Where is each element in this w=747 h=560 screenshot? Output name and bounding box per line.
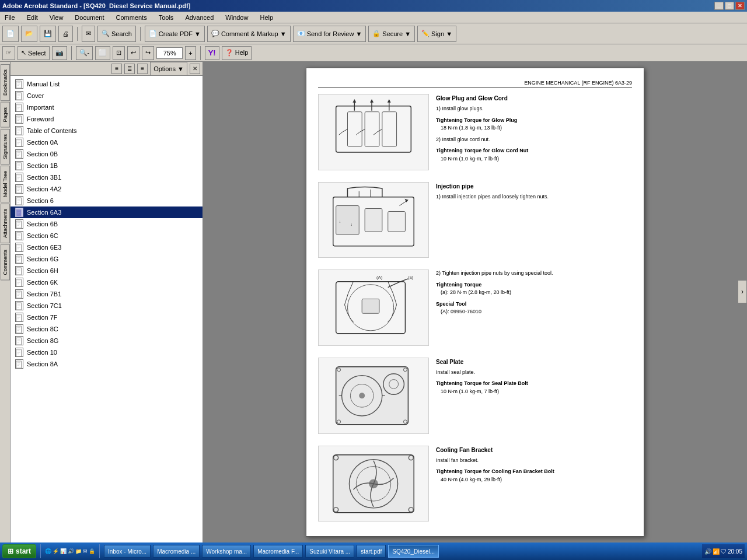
tab-comments[interactable]: Comments — [1, 244, 10, 281]
page-header-text: ENGINE MECHANICAL (RF ENGINE) 6A3-29 — [524, 80, 632, 86]
tab-bookmarks[interactable]: Bookmarks — [1, 64, 10, 101]
zoom-rotate2-button[interactable]: ↪ — [142, 46, 154, 60]
ql-icon7[interactable]: 🔒 — [89, 548, 95, 554]
search-button[interactable]: 🔍 Search — [97, 26, 136, 42]
sidebar-item-foreword[interactable]: Foreword — [11, 113, 203, 125]
snapshot-button[interactable]: 📷 — [52, 46, 67, 60]
open-button[interactable]: 📂 — [21, 26, 37, 42]
zoom-actual-button[interactable]: ⊡ — [113, 46, 125, 60]
minimize-button[interactable]: _ — [714, 2, 724, 10]
task-inbox[interactable]: Inbox - Micro... — [104, 545, 151, 558]
sidebar-item-section0b[interactable]: Section 0B — [11, 148, 203, 160]
sidebar-item-section6h[interactable]: Section 6H — [11, 265, 203, 276]
doc-icon — [15, 254, 23, 264]
sidebar-item-section8a[interactable]: Section 8A — [11, 358, 203, 370]
sidebar-item-section10[interactable]: Section 10 — [11, 346, 203, 358]
yahoo-button[interactable]: Y! — [205, 46, 219, 60]
task-sq420[interactable]: SQ420_Diesel... — [388, 545, 439, 558]
sign-button[interactable]: ✏️ Sign ▼ — [417, 26, 456, 42]
sidebar-item-important[interactable]: Important — [11, 102, 203, 113]
menu-comments[interactable]: Comments — [114, 13, 149, 22]
sidebar-item-manuallist[interactable]: Manual List — [11, 78, 203, 90]
sidebar-item-section6k[interactable]: Section 6K — [11, 276, 203, 288]
zoom-rotate-button[interactable]: ↩ — [127, 46, 139, 60]
svg-text:↓: ↓ — [350, 222, 352, 226]
sidebar-item-section4a2[interactable]: Section 4A2 — [11, 183, 203, 195]
task-macromedia1[interactable]: Macromedia ... — [153, 545, 200, 558]
tab-signatures[interactable]: Signatures — [1, 129, 10, 164]
sidebar-label: Section 7F — [27, 314, 58, 321]
sidebar-item-section7b1[interactable]: Section 7B1 — [11, 288, 203, 300]
menu-view[interactable]: View — [47, 13, 66, 22]
tab-model-tree[interactable]: Model Tree — [1, 166, 10, 202]
sidebar-item-section6a3[interactable]: Section 6A3 — [11, 206, 203, 218]
send-review-button[interactable]: 📧 Send for Review ▼ — [293, 26, 366, 42]
sidebar-item-section7c1[interactable]: Section 7C1 — [11, 300, 203, 312]
save-button[interactable]: 💾 — [40, 26, 56, 42]
task-workshop[interactable]: Workshop ma... — [202, 545, 251, 558]
sidebar-item-section6c[interactable]: Section 6C — [11, 230, 203, 242]
create-pdf-button[interactable]: 📄 Create PDF ▼ — [145, 26, 205, 42]
task-startpdf[interactable]: start.pdf — [357, 545, 386, 558]
zoom-in-button[interactable]: + — [185, 46, 196, 60]
hand-tool-button[interactable]: ☞ — [2, 46, 15, 60]
ql-icon5[interactable]: 📁 — [75, 548, 82, 554]
ql-icon6[interactable]: ✉ — [83, 548, 88, 554]
injection-text: Injection pipe 1) Install injection pipe… — [436, 182, 632, 258]
tab-attachments[interactable]: Attachments — [1, 204, 10, 243]
menu-edit[interactable]: Edit — [25, 13, 40, 22]
seal-text: Seal Plate Install seal plate. Tightenin… — [436, 358, 632, 434]
sidebar-item-section6g[interactable]: Section 6G — [11, 253, 203, 265]
sidebar-close-button[interactable]: ✕ — [190, 64, 200, 74]
select-tool-button[interactable]: ↖ Select — [18, 46, 50, 60]
new-button[interactable]: 📄 — [2, 26, 19, 42]
zoom-out-button[interactable]: 🔍- — [76, 46, 93, 60]
menu-file[interactable]: File — [2, 13, 18, 22]
menu-window[interactable]: Window — [223, 13, 250, 22]
sidebar-view1-button[interactable]: ≡ — [111, 64, 122, 74]
sidebar-item-section8g[interactable]: Section 8G — [11, 335, 203, 346]
sidebar-view3-button[interactable]: ≡ — [137, 64, 148, 74]
scroll-right-arrow[interactable]: › — [738, 280, 747, 303]
sidebar-item-section7f[interactable]: Section 7F — [11, 312, 203, 323]
print-button[interactable]: 🖨 — [58, 26, 73, 42]
svg-text:↓: ↓ — [339, 219, 341, 223]
email-button[interactable]: ✉ — [82, 26, 95, 42]
sidebar-item-section8c[interactable]: Section 8C — [11, 323, 203, 335]
start-button[interactable]: ⊞ start — [2, 544, 36, 558]
ql-icon1[interactable]: 🌐 — [45, 548, 51, 554]
close-button[interactable]: ✕ — [735, 2, 745, 10]
task-macromedia2[interactable]: Macromedia F... — [253, 545, 303, 558]
sidebar-item-cover[interactable]: Cover — [11, 90, 203, 102]
sidebar-item-tableofcontents[interactable]: Table of Contents — [11, 125, 203, 136]
ql-icon3[interactable]: 📊 — [60, 548, 67, 554]
maximize-button[interactable]: □ — [725, 2, 734, 10]
zoom-input[interactable] — [156, 47, 183, 59]
ql-icon4[interactable]: 🔊 — [68, 548, 74, 554]
sidebar-item-section3b1[interactable]: Section 3B1 — [11, 172, 203, 183]
content-area[interactable]: ENGINE MECHANICAL (RF ENGINE) 6A3-29 — [203, 62, 747, 542]
menu-advanced[interactable]: Advanced — [183, 13, 216, 22]
sidebar-options-button[interactable]: Options ▼ — [150, 62, 187, 76]
menu-document[interactable]: Document — [72, 13, 106, 22]
svg-rect-44 — [16, 209, 22, 216]
sidebar-item-section1b[interactable]: Section 1B — [11, 160, 203, 172]
help-button[interactable]: ❓ Help — [222, 46, 252, 60]
sidebar-item-section6b[interactable]: Section 6B — [11, 218, 203, 230]
menu-tools[interactable]: Tools — [156, 13, 176, 22]
seal-torque: Tightening Torque for Seal Plate Bolt 10… — [436, 380, 632, 396]
task-suzuki[interactable]: Suzuki Vitara ... — [305, 545, 354, 558]
doc-icon — [15, 219, 23, 229]
sidebar-item-section6e3[interactable]: Section 6E3 — [11, 242, 203, 253]
comment-markup-button[interactable]: 💬 Comment & Markup ▼ — [207, 26, 291, 42]
sidebar-item-section6[interactable]: Section 6 — [11, 195, 203, 206]
ql-icon2[interactable]: ⚡ — [53, 548, 59, 554]
sidebar-item-section0a[interactable]: Section 0A — [11, 136, 203, 148]
sidebar-view2-button[interactable]: ≣ — [124, 64, 135, 74]
secure-button[interactable]: 🔒 Secure ▼ — [368, 26, 415, 42]
zoom-fit-button[interactable]: ⬜ — [95, 46, 110, 60]
doc-icon — [15, 138, 23, 147]
menu-help[interactable]: Help — [257, 13, 275, 22]
svg-rect-80 — [16, 314, 22, 321]
tab-pages[interactable]: Pages — [1, 102, 10, 128]
